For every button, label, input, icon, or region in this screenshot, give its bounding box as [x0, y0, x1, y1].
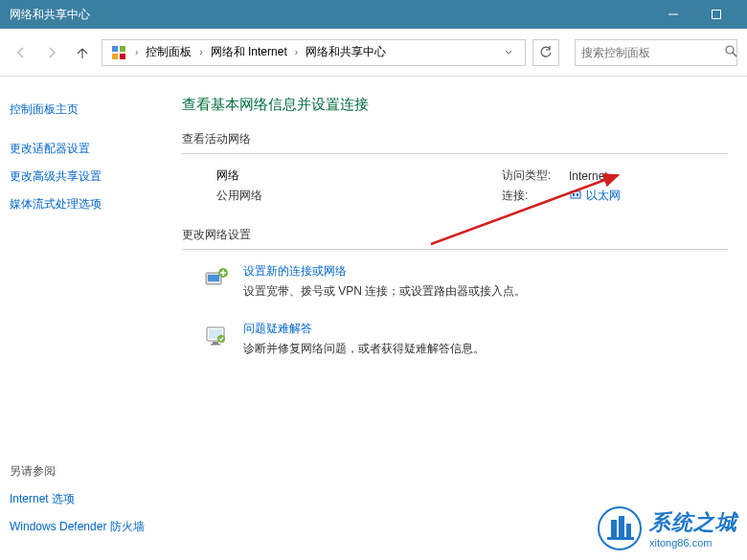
breadcrumb-item[interactable]: 网络和共享中心 — [306, 44, 386, 60]
setting-text: 设置新的连接或网络 设置宽带、拨号或 VPN 连接；或设置路由器或接入点。 — [243, 263, 709, 300]
spacer — [10, 123, 172, 135]
active-network: 网络 公用网络 访问类型: Internet 连接: 以太网 — [182, 168, 728, 227]
maximize-button[interactable] — [694, 0, 737, 29]
setting-text: 问题疑难解答 诊断并修复网络问题，或者获得疑难解答信息。 — [243, 321, 709, 357]
access-type-value: Internet — [569, 169, 608, 183]
chevron-right-icon: › — [197, 47, 204, 57]
sidebar-link-internet-options[interactable]: Internet 选项 — [10, 485, 172, 513]
svg-rect-3 — [120, 46, 125, 52]
svg-rect-9 — [573, 193, 575, 196]
active-networks-heading: 查看活动网络 — [182, 131, 728, 154]
svg-line-7 — [733, 53, 736, 56]
connection-link[interactable]: 以太网 — [569, 188, 621, 204]
body: 控制面板主页 更改适配器设置 更改高级共享设置 媒体流式处理选项 另请参阅 In… — [0, 77, 747, 560]
sidebar-footer: 另请参阅 Internet 选项 Windows Defender 防火墙 — [10, 458, 172, 550]
window-title: 网络和共享中心 — [10, 7, 651, 23]
svg-rect-16 — [213, 342, 218, 344]
new-connection-icon — [201, 263, 232, 294]
sidebar-link-sharing[interactable]: 更改高级共享设置 — [10, 163, 172, 190]
window-controls — [651, 0, 737, 29]
network-identity: 网络 公用网络 — [216, 168, 502, 208]
sidebar-link-home[interactable]: 控制面板主页 — [10, 96, 172, 123]
breadcrumb-item[interactable]: 控制面板 — [146, 44, 192, 60]
troubleshoot-desc: 诊断并修复网络问题，或者获得疑难解答信息。 — [243, 341, 709, 357]
chevron-right-icon: › — [133, 47, 140, 57]
settings-list: 设置新的连接或网络 设置宽带、拨号或 VPN 连接；或设置路由器或接入点。 问题… — [182, 263, 728, 357]
access-type-row: 访问类型: Internet — [502, 168, 693, 184]
change-settings-heading: 更改网络设置 — [182, 227, 728, 250]
breadcrumb[interactable]: › 控制面板 › 网络和 Internet › 网络和共享中心 — [102, 39, 526, 66]
connection-label: 连接: — [502, 188, 569, 204]
sidebar-link-defender[interactable]: Windows Defender 防火墙 — [10, 513, 172, 541]
see-also-label: 另请参阅 — [10, 458, 172, 485]
connection-value: 以太网 — [586, 188, 621, 204]
svg-rect-4 — [112, 54, 118, 59]
search-input[interactable] — [581, 46, 725, 59]
refresh-button[interactable] — [532, 39, 559, 66]
up-button[interactable] — [71, 41, 94, 64]
back-button[interactable] — [10, 41, 33, 64]
search-icon[interactable] — [725, 45, 737, 60]
new-connection-link[interactable]: 设置新的连接或网络 — [243, 263, 709, 280]
svg-rect-1 — [712, 11, 720, 19]
page-title: 查看基本网络信息并设置连接 — [182, 96, 728, 114]
svg-point-6 — [726, 46, 734, 54]
search-box[interactable] — [575, 39, 737, 66]
main-content: 查看基本网络信息并设置连接 查看活动网络 网络 公用网络 访问类型: Inter… — [172, 77, 747, 560]
svg-rect-2 — [112, 46, 118, 52]
spacer — [10, 218, 172, 458]
ethernet-icon — [569, 188, 582, 204]
setting-troubleshoot: 问题疑难解答 诊断并修复网络问题，或者获得疑难解答信息。 — [201, 321, 709, 357]
svg-rect-12 — [208, 275, 219, 281]
sidebar-link-adapter[interactable]: 更改适配器设置 — [10, 135, 172, 163]
connection-row: 连接: 以太网 — [502, 188, 693, 204]
chevron-right-icon: › — [293, 47, 300, 57]
network-type: 公用网络 — [216, 188, 502, 204]
forward-button[interactable] — [40, 41, 63, 64]
minimize-button[interactable] — [651, 0, 694, 29]
svg-rect-8 — [571, 191, 580, 198]
svg-rect-10 — [577, 193, 578, 196]
svg-rect-17 — [211, 344, 220, 346]
troubleshoot-link[interactable]: 问题疑难解答 — [243, 321, 709, 337]
breadcrumb-item[interactable]: 网络和 Internet — [211, 44, 287, 60]
new-connection-desc: 设置宽带、拨号或 VPN 连接；或设置路由器或接入点。 — [243, 283, 709, 300]
titlebar: 网络和共享中心 — [0, 0, 747, 29]
network-details: 访问类型: Internet 连接: 以太网 — [502, 168, 693, 208]
troubleshoot-icon — [201, 321, 232, 351]
sidebar-link-media[interactable]: 媒体流式处理选项 — [10, 190, 172, 218]
network-name: 网络 — [216, 168, 502, 184]
control-panel-icon — [110, 44, 127, 61]
access-type-label: 访问类型: — [502, 168, 569, 184]
sidebar: 控制面板主页 更改适配器设置 更改高级共享设置 媒体流式处理选项 另请参阅 In… — [0, 77, 172, 560]
svg-rect-5 — [120, 54, 125, 59]
breadcrumb-dropdown[interactable] — [500, 46, 517, 59]
setting-new-connection: 设置新的连接或网络 设置宽带、拨号或 VPN 连接；或设置路由器或接入点。 — [201, 263, 709, 300]
toolbar: › 控制面板 › 网络和 Internet › 网络和共享中心 — [0, 29, 747, 77]
